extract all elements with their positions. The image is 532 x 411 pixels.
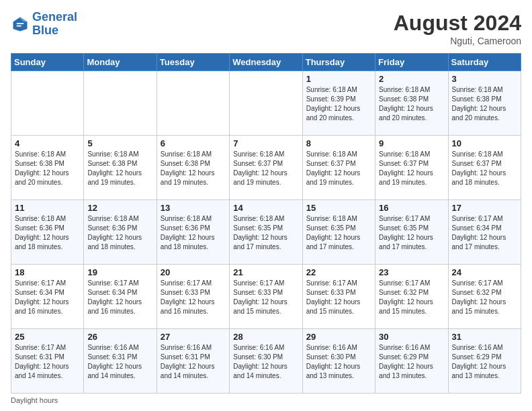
table-row: 6Sunrise: 6:18 AM Sunset: 6:38 PM Daylig… [157, 136, 229, 200]
table-row: 3Sunrise: 6:18 AM Sunset: 6:38 PM Daylig… [448, 71, 521, 136]
table-row: 28Sunrise: 6:16 AM Sunset: 6:30 PM Dayli… [230, 329, 302, 394]
cell-content: Sunrise: 6:17 AM Sunset: 6:32 PM Dayligh… [379, 279, 444, 316]
day-number: 16 [379, 203, 444, 213]
cell-content: Sunrise: 6:18 AM Sunset: 6:38 PM Dayligh… [452, 85, 517, 123]
cell-content: Sunrise: 6:17 AM Sunset: 6:34 PM Dayligh… [452, 214, 517, 252]
cell-content: Sunrise: 6:18 AM Sunset: 6:37 PM Dayligh… [233, 150, 298, 187]
day-number: 27 [161, 332, 226, 342]
table-row: 10Sunrise: 6:18 AM Sunset: 6:37 PM Dayli… [448, 136, 521, 200]
cell-content: Sunrise: 6:18 AM Sunset: 6:37 PM Dayligh… [452, 150, 517, 187]
logo-text: General Blue [32, 11, 77, 38]
table-row: 15Sunrise: 6:18 AM Sunset: 6:35 PM Dayli… [302, 200, 375, 265]
day-number: 20 [161, 267, 226, 277]
day-number: 12 [87, 203, 152, 213]
cell-content: Sunrise: 6:16 AM Sunset: 6:29 PM Dayligh… [452, 343, 517, 381]
page: General Blue August 2024 Nguti, Cameroon… [0, 0, 532, 411]
cell-content: Sunrise: 6:18 AM Sunset: 6:36 PM Dayligh… [161, 214, 226, 252]
col-friday: Friday [375, 54, 448, 71]
day-number: 24 [452, 267, 517, 277]
day-number: 2 [379, 74, 444, 84]
calendar: Sunday Monday Tuesday Wednesday Thursday… [11, 53, 521, 394]
day-number: 26 [87, 332, 152, 342]
calendar-week-5: 25Sunrise: 6:17 AM Sunset: 6:31 PM Dayli… [11, 329, 521, 394]
table-row: 26Sunrise: 6:16 AM Sunset: 6:31 PM Dayli… [84, 329, 157, 394]
cell-content: Sunrise: 6:16 AM Sunset: 6:31 PM Dayligh… [87, 343, 152, 381]
cell-content: Sunrise: 6:18 AM Sunset: 6:39 PM Dayligh… [306, 85, 371, 123]
table-row: 29Sunrise: 6:16 AM Sunset: 6:30 PM Dayli… [302, 329, 375, 394]
day-number: 7 [233, 138, 298, 148]
cell-content: Sunrise: 6:16 AM Sunset: 6:29 PM Dayligh… [379, 343, 444, 381]
logo-general: General [32, 10, 77, 24]
col-sunday: Sunday [11, 54, 84, 71]
day-number: 28 [233, 332, 298, 342]
day-number: 3 [452, 74, 517, 84]
cell-content: Sunrise: 6:18 AM Sunset: 6:35 PM Dayligh… [233, 214, 298, 252]
day-number: 19 [87, 267, 152, 277]
day-number: 9 [379, 138, 444, 148]
cell-content: Sunrise: 6:17 AM Sunset: 6:34 PM Dayligh… [87, 279, 152, 316]
day-number: 11 [15, 203, 80, 213]
day-number: 4 [15, 138, 80, 148]
table-row [230, 71, 302, 136]
day-number: 25 [15, 332, 80, 342]
calendar-week-2: 4Sunrise: 6:18 AM Sunset: 6:38 PM Daylig… [11, 136, 521, 200]
table-row: 4Sunrise: 6:18 AM Sunset: 6:38 PM Daylig… [11, 136, 84, 200]
cell-content: Sunrise: 6:16 AM Sunset: 6:30 PM Dayligh… [233, 343, 298, 381]
table-row: 21Sunrise: 6:17 AM Sunset: 6:33 PM Dayli… [230, 265, 302, 329]
cell-content: Sunrise: 6:16 AM Sunset: 6:31 PM Dayligh… [161, 343, 226, 381]
day-number: 13 [161, 203, 226, 213]
day-number: 21 [233, 267, 298, 277]
table-row: 5Sunrise: 6:18 AM Sunset: 6:38 PM Daylig… [84, 136, 157, 200]
col-wednesday: Wednesday [230, 54, 302, 71]
cell-content: Sunrise: 6:18 AM Sunset: 6:38 PM Dayligh… [15, 150, 80, 187]
table-row: 25Sunrise: 6:17 AM Sunset: 6:31 PM Dayli… [11, 329, 84, 394]
location: Nguti, Cameroon [394, 36, 521, 46]
cell-content: Sunrise: 6:18 AM Sunset: 6:38 PM Dayligh… [379, 85, 444, 123]
svg-rect-3 [17, 26, 21, 27]
day-number: 15 [306, 203, 371, 213]
table-row: 20Sunrise: 6:17 AM Sunset: 6:33 PM Dayli… [157, 265, 229, 329]
cell-content: Sunrise: 6:18 AM Sunset: 6:38 PM Dayligh… [161, 150, 226, 187]
table-row: 31Sunrise: 6:16 AM Sunset: 6:29 PM Dayli… [448, 329, 521, 394]
cell-content: Sunrise: 6:17 AM Sunset: 6:32 PM Dayligh… [452, 279, 517, 316]
table-row: 11Sunrise: 6:18 AM Sunset: 6:36 PM Dayli… [11, 200, 84, 265]
table-row: 24Sunrise: 6:17 AM Sunset: 6:32 PM Dayli… [448, 265, 521, 329]
month-year: August 2024 [394, 11, 521, 36]
table-row: 7Sunrise: 6:18 AM Sunset: 6:37 PM Daylig… [230, 136, 302, 200]
day-number: 10 [452, 138, 517, 148]
cell-content: Sunrise: 6:17 AM Sunset: 6:31 PM Dayligh… [15, 343, 80, 381]
day-number: 6 [161, 138, 226, 148]
table-row: 12Sunrise: 6:18 AM Sunset: 6:36 PM Dayli… [84, 200, 157, 265]
footer: Daylight hours [11, 396, 521, 404]
footer-label: Daylight hours [11, 396, 58, 404]
logo: General Blue [11, 11, 77, 38]
cell-content: Sunrise: 6:17 AM Sunset: 6:33 PM Dayligh… [233, 279, 298, 316]
cell-content: Sunrise: 6:17 AM Sunset: 6:33 PM Dayligh… [306, 279, 371, 316]
logo-blue: Blue [32, 24, 58, 37]
table-row: 17Sunrise: 6:17 AM Sunset: 6:34 PM Dayli… [448, 200, 521, 265]
cell-content: Sunrise: 6:18 AM Sunset: 6:35 PM Dayligh… [306, 214, 371, 252]
day-number: 31 [452, 332, 517, 342]
calendar-week-3: 11Sunrise: 6:18 AM Sunset: 6:36 PM Dayli… [11, 200, 521, 265]
cell-content: Sunrise: 6:18 AM Sunset: 6:37 PM Dayligh… [379, 150, 444, 187]
day-number: 30 [379, 332, 444, 342]
cell-content: Sunrise: 6:18 AM Sunset: 6:37 PM Dayligh… [306, 150, 371, 187]
table-row: 27Sunrise: 6:16 AM Sunset: 6:31 PM Dayli… [157, 329, 229, 394]
calendar-week-4: 18Sunrise: 6:17 AM Sunset: 6:34 PM Dayli… [11, 265, 521, 329]
cell-content: Sunrise: 6:18 AM Sunset: 6:36 PM Dayligh… [15, 214, 80, 252]
cell-content: Sunrise: 6:18 AM Sunset: 6:38 PM Dayligh… [87, 150, 152, 187]
table-row: 23Sunrise: 6:17 AM Sunset: 6:32 PM Dayli… [375, 265, 448, 329]
table-row: 2Sunrise: 6:18 AM Sunset: 6:38 PM Daylig… [375, 71, 448, 136]
table-row: 13Sunrise: 6:18 AM Sunset: 6:36 PM Dayli… [157, 200, 229, 265]
table-row: 16Sunrise: 6:17 AM Sunset: 6:35 PM Dayli… [375, 200, 448, 265]
day-number: 14 [233, 203, 298, 213]
table-row: 8Sunrise: 6:18 AM Sunset: 6:37 PM Daylig… [302, 136, 375, 200]
day-number: 23 [379, 267, 444, 277]
day-number: 18 [15, 267, 80, 277]
cell-content: Sunrise: 6:17 AM Sunset: 6:35 PM Dayligh… [379, 214, 444, 252]
logo-icon [11, 15, 30, 34]
day-number: 17 [452, 203, 517, 213]
table-row: 18Sunrise: 6:17 AM Sunset: 6:34 PM Dayli… [11, 265, 84, 329]
cell-content: Sunrise: 6:16 AM Sunset: 6:30 PM Dayligh… [306, 343, 371, 381]
table-row [84, 71, 157, 136]
